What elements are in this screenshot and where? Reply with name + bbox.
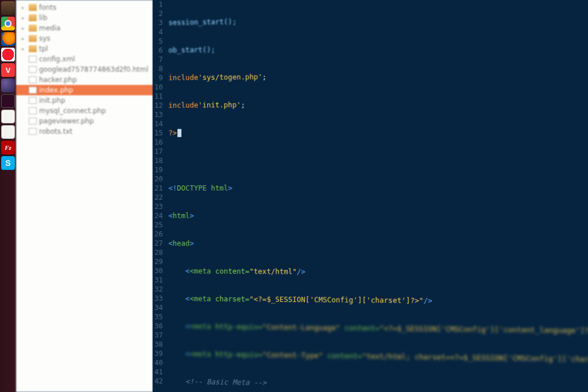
tree-label: pageviewer.php: [39, 117, 94, 125]
code-content[interactable]: session_start(); ob_start(); include'sys…: [166, 0, 588, 392]
php-file-icon: [29, 97, 37, 104]
php-file-icon: [29, 118, 37, 125]
tree-label: fonts: [39, 3, 56, 11]
tree-file[interactable]: config.xml: [16, 54, 153, 64]
tree-label: init.php: [39, 96, 65, 104]
launcher-skype-icon[interactable]: [1, 156, 15, 170]
tree-label: robots.txt: [39, 127, 72, 135]
tree-file[interactable]: pageviewer.php: [16, 116, 153, 126]
ubuntu-launcher: [0, 0, 16, 392]
tree-label: media: [39, 24, 60, 32]
tree-label: googlead7578774863d2f0.html: [39, 65, 148, 73]
tree-label: index.php: [39, 86, 73, 94]
tree-label: mysql_connect.php: [39, 107, 106, 115]
text-cursor: [177, 129, 181, 137]
launcher-vivaldi-icon[interactable]: [1, 63, 15, 77]
tree-label: config.xml: [39, 55, 75, 63]
tree-file[interactable]: googlead7578774863d2f0.html: [16, 64, 153, 75]
launcher-text-icon[interactable]: [1, 110, 15, 123]
tree-file[interactable]: init.php: [16, 95, 153, 106]
php-file-icon: [29, 76, 37, 83]
folder-icon: [29, 45, 37, 52]
launcher-eclipse-icon[interactable]: [1, 79, 15, 92]
tree-folder[interactable]: ▸tpl: [16, 44, 153, 54]
tree-label: tpl: [39, 45, 48, 53]
tree-folder[interactable]: ▸sys: [16, 33, 153, 44]
tree-folder[interactable]: ▸lib: [16, 13, 153, 23]
launcher-chrome-icon[interactable]: [1, 17, 15, 30]
tree-file[interactable]: robots.txt: [16, 126, 153, 137]
file-tree-sidebar[interactable]: ▸fonts ▸lib ▸media ▸sys ▸tpl config.xml …: [16, 0, 153, 392]
tree-label: lib: [39, 14, 47, 22]
tree-file-selected[interactable]: index.php: [16, 85, 153, 95]
launcher-pdf-icon[interactable]: [1, 125, 15, 139]
tree-file[interactable]: hacker.php: [16, 75, 153, 85]
launcher-firefox-icon[interactable]: [1, 32, 15, 46]
php-file-icon: [29, 87, 37, 94]
file-icon: [29, 56, 37, 63]
php-file-icon: [29, 107, 37, 114]
file-icon: [29, 66, 37, 73]
tree-folder[interactable]: ▸media: [16, 23, 153, 33]
folder-icon: [29, 4, 37, 11]
file-icon: [29, 128, 37, 135]
folder-icon: [29, 25, 37, 32]
tree-label: sys: [39, 34, 51, 42]
line-number-gutter: 1234567891011121314151617181920212223242…: [153, 0, 166, 392]
tree-label: hacker.php: [39, 76, 77, 84]
folder-icon: [29, 35, 37, 42]
launcher-filezilla-icon[interactable]: [1, 141, 15, 154]
code-editor[interactable]: 1234567891011121314151617181920212223242…: [153, 0, 588, 392]
launcher-files-icon[interactable]: [1, 1, 15, 15]
launcher-terminal-icon[interactable]: [1, 94, 15, 108]
launcher-opera-icon[interactable]: [1, 48, 15, 61]
tree-folder[interactable]: ▸fonts: [16, 2, 153, 13]
tree-file[interactable]: mysql_connect.php: [16, 106, 153, 116]
folder-icon: [29, 14, 37, 21]
